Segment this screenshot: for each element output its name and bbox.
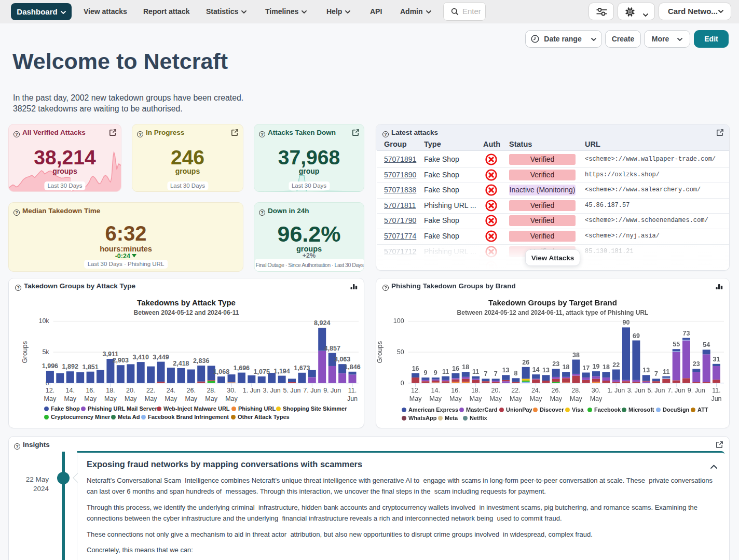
svg-text:20.: 20. bbox=[491, 387, 500, 394]
svg-text:16: 16 bbox=[452, 365, 459, 372]
svg-text:May: May bbox=[510, 395, 522, 402]
svg-text:1,194: 1,194 bbox=[273, 368, 290, 375]
svg-text:28.: 28. bbox=[207, 387, 215, 394]
svg-text:3,063: 3,063 bbox=[334, 356, 350, 363]
svg-text:11.: 11. bbox=[348, 387, 357, 394]
svg-text:100: 100 bbox=[393, 317, 404, 325]
svg-text:2,903: 2,903 bbox=[113, 357, 129, 364]
svg-text:22: 22 bbox=[612, 361, 620, 369]
svg-text:17: 17 bbox=[582, 365, 590, 372]
svg-text:3,410: 3,410 bbox=[133, 354, 149, 361]
svg-text:May: May bbox=[470, 395, 482, 402]
svg-text:1. Jun: 1. Jun bbox=[243, 387, 261, 394]
svg-text:9. Jun: 9. Jun bbox=[688, 387, 705, 394]
svg-text:26.: 26. bbox=[187, 387, 196, 394]
svg-text:May: May bbox=[145, 395, 157, 402]
svg-text:May: May bbox=[409, 395, 422, 402]
svg-text:24.: 24. bbox=[167, 387, 175, 394]
svg-text:May: May bbox=[64, 395, 76, 402]
svg-text:May: May bbox=[590, 395, 603, 402]
svg-text:Groups: Groups bbox=[21, 341, 29, 363]
svg-text:3. Jun: 3. Jun bbox=[627, 387, 645, 394]
svg-text:5k: 5k bbox=[42, 348, 49, 356]
svg-text:Jun: Jun bbox=[711, 395, 721, 402]
svg-text:3. Jun: 3. Jun bbox=[263, 387, 281, 394]
svg-text:18.: 18. bbox=[471, 387, 480, 394]
svg-text:May: May bbox=[84, 395, 97, 402]
svg-text:May: May bbox=[44, 395, 57, 402]
svg-text:2,418: 2,418 bbox=[173, 360, 189, 367]
svg-text:16.: 16. bbox=[451, 387, 460, 394]
svg-text:18.: 18. bbox=[106, 387, 115, 394]
svg-text:9: 9 bbox=[423, 369, 427, 376]
svg-text:90: 90 bbox=[623, 319, 630, 326]
svg-text:14: 14 bbox=[532, 366, 540, 373]
svg-text:22.: 22. bbox=[146, 387, 155, 394]
svg-text:12.: 12. bbox=[411, 387, 420, 394]
svg-text:18: 18 bbox=[603, 363, 610, 371]
svg-text:7: 7 bbox=[484, 370, 487, 377]
svg-text:May: May bbox=[530, 395, 542, 402]
svg-text:12.: 12. bbox=[46, 387, 54, 394]
svg-text:13: 13 bbox=[542, 367, 550, 374]
svg-text:22.: 22. bbox=[511, 387, 520, 394]
svg-text:10k: 10k bbox=[38, 317, 49, 325]
svg-text:May: May bbox=[225, 395, 238, 402]
svg-text:73: 73 bbox=[683, 330, 690, 337]
svg-text:7. Jun: 7. Jun bbox=[303, 387, 321, 394]
svg-text:38: 38 bbox=[572, 352, 580, 359]
svg-text:7: 7 bbox=[654, 370, 658, 377]
svg-text:19: 19 bbox=[593, 363, 600, 370]
svg-text:18: 18 bbox=[563, 363, 570, 371]
svg-text:13: 13 bbox=[642, 367, 650, 374]
svg-text:31: 31 bbox=[713, 356, 720, 363]
svg-text:20.: 20. bbox=[126, 387, 135, 394]
svg-text:May: May bbox=[489, 395, 502, 402]
svg-text:1,892: 1,892 bbox=[62, 363, 78, 370]
svg-text:14.: 14. bbox=[431, 387, 440, 394]
svg-text:May: May bbox=[185, 395, 197, 402]
svg-text:1,851: 1,851 bbox=[82, 363, 98, 371]
svg-text:1,696: 1,696 bbox=[234, 365, 250, 372]
svg-text:5. Jun: 5. Jun bbox=[283, 387, 300, 394]
svg-text:7: 7 bbox=[494, 370, 498, 377]
svg-text:May: May bbox=[104, 395, 117, 402]
svg-text:69: 69 bbox=[633, 332, 640, 340]
svg-text:1,846: 1,846 bbox=[344, 363, 360, 371]
svg-text:May: May bbox=[125, 395, 137, 402]
svg-text:54: 54 bbox=[703, 341, 710, 348]
svg-text:3,449: 3,449 bbox=[153, 354, 169, 361]
svg-text:8: 8 bbox=[514, 370, 517, 377]
svg-text:1,068: 1,068 bbox=[213, 368, 229, 375]
svg-text:1,075: 1,075 bbox=[254, 368, 270, 375]
svg-text:11: 11 bbox=[442, 368, 449, 375]
svg-text:9. Jun: 9. Jun bbox=[323, 387, 341, 394]
svg-text:2,836: 2,836 bbox=[193, 357, 209, 365]
svg-text:0: 0 bbox=[401, 380, 404, 387]
svg-text:9: 9 bbox=[434, 369, 437, 376]
svg-text:May: May bbox=[449, 395, 462, 402]
svg-text:1. Jun: 1. Jun bbox=[607, 387, 625, 394]
svg-text:1,673: 1,673 bbox=[294, 365, 310, 372]
svg-text:55: 55 bbox=[673, 341, 680, 348]
svg-text:May: May bbox=[429, 395, 442, 402]
svg-text:May: May bbox=[570, 395, 582, 402]
svg-text:Jun: Jun bbox=[347, 395, 358, 402]
svg-text:26.: 26. bbox=[552, 387, 560, 394]
svg-text:8,924: 8,924 bbox=[314, 319, 330, 327]
svg-text:30.: 30. bbox=[592, 387, 600, 394]
svg-text:1,996: 1,996 bbox=[42, 362, 58, 370]
svg-text:50: 50 bbox=[397, 348, 404, 356]
svg-text:11.: 11. bbox=[712, 387, 720, 394]
svg-text:May: May bbox=[550, 395, 562, 402]
svg-text:7. Jun: 7. Jun bbox=[667, 387, 685, 394]
svg-text:23: 23 bbox=[552, 360, 559, 368]
svg-text:16: 16 bbox=[412, 365, 419, 372]
svg-text:26: 26 bbox=[522, 359, 529, 366]
svg-text:16.: 16. bbox=[86, 387, 94, 394]
svg-text:11: 11 bbox=[472, 368, 479, 375]
svg-text:18: 18 bbox=[462, 363, 469, 371]
svg-text:11: 11 bbox=[663, 368, 669, 375]
svg-text:13: 13 bbox=[502, 367, 510, 374]
svg-text:28.: 28. bbox=[571, 387, 580, 394]
